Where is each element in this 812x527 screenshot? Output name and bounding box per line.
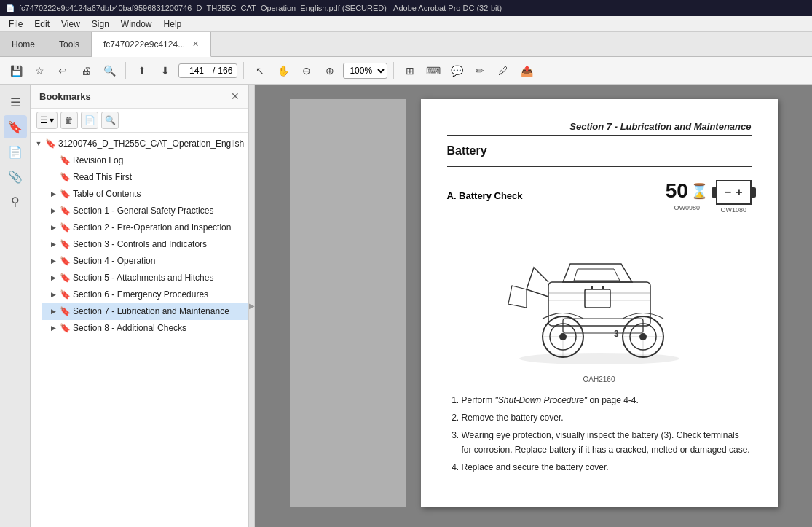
instruction-2: Remove the battery cover. xyxy=(462,411,752,425)
rotate-button[interactable]: ⌨ xyxy=(423,60,444,81)
bookmark-section-7[interactable]: ▶ 🔖 Section 7 - Lubrication and Maintena… xyxy=(42,303,248,320)
bookmark-icon-1: 🔖 xyxy=(60,155,70,167)
battery-number: 50 xyxy=(666,179,688,203)
bookmark-button[interactable]: ☆ xyxy=(29,60,50,81)
expand-placeholder-2 xyxy=(48,172,58,184)
bookmark-read-this-first[interactable]: 🔖 Read This First xyxy=(42,169,248,186)
bookmarks-delete-button[interactable]: 🗑 xyxy=(60,112,78,129)
highlight-button[interactable]: ✏ xyxy=(470,60,490,81)
image-caption: OAH2160 xyxy=(447,375,752,383)
sign-button[interactable]: 🖊 xyxy=(493,60,513,81)
sidebar-bookmarks-icon[interactable]: 🔖 xyxy=(4,115,27,138)
pdf-page-left xyxy=(290,99,406,507)
share-button[interactable]: 📤 xyxy=(516,60,537,81)
bookmark-section-6[interactable]: ▶ 🔖 Section 6 - Emergency Procedures xyxy=(42,286,248,303)
bookmarks-children: 🔖 Revision Log 🔖 Read This First ▶ 🔖 Tab… xyxy=(31,152,248,337)
battery-minus-icon: − xyxy=(725,186,731,199)
bookmarks-toolbar: ☰ ▾ 🗑 📄 🔍 xyxy=(31,109,248,133)
bookmarks-new-button[interactable]: 📄 xyxy=(81,112,98,129)
battery-check-label: A. Battery Check xyxy=(447,190,666,201)
toolbar-sep-1 xyxy=(125,62,126,79)
bookmark-section-1[interactable]: ▶ 🔖 Section 1 - General Safety Practices xyxy=(42,203,248,219)
instruction-1: Perform "Shut-Down Procedure" on page 4-… xyxy=(462,394,752,407)
root-bookmark-icon: 🔖 xyxy=(45,138,55,150)
bookmark-section-3[interactable]: ▶ 🔖 Section 3 - Controls and Indicators xyxy=(42,236,248,253)
menu-view[interactable]: View xyxy=(55,17,86,31)
bookmark-revision-log[interactable]: 🔖 Revision Log xyxy=(42,152,248,169)
tab-tools[interactable]: Tools xyxy=(47,32,92,56)
bookmark-label-s6: Section 6 - Emergency Procedures xyxy=(73,289,208,301)
sidebar-nav-icon[interactable]: ☰ xyxy=(4,90,27,114)
menu-help[interactable]: Help xyxy=(158,17,188,31)
bookmark-root-item[interactable]: ▼ 🔖 31200746_D_TH255C_CAT_Operation_Engl… xyxy=(31,136,248,152)
menu-edit[interactable]: Edit xyxy=(28,17,55,31)
expand-icon-s8: ▶ xyxy=(48,323,58,335)
zoom-out-button[interactable]: ⊖ xyxy=(296,60,317,81)
bookmarks-title: Bookmarks xyxy=(39,91,91,102)
svg-rect-13 xyxy=(585,289,610,308)
bookmark-section-2[interactable]: ▶ 🔖 Section 2 - Pre-Operation and Inspec… xyxy=(42,219,248,236)
expand-icon-s7: ▶ xyxy=(48,306,58,318)
battery-symbol-group: − + OW1080 xyxy=(716,177,752,214)
main-area: ☰ 🔖 📄 📎 ⚲ Bookmarks ✕ ☰ ▾ 🗑 📄 🔍 ▼ 🔖 3120… xyxy=(0,85,812,527)
back-button[interactable]: ↩ xyxy=(52,60,73,81)
sidebar-layers-icon[interactable]: ⚲ xyxy=(4,190,27,213)
root-expand-icon: ▼ xyxy=(33,138,44,150)
svg-text:3: 3 xyxy=(614,329,619,339)
tab-bar: Home Tools fc7470222e9c4124... ✕ xyxy=(0,32,812,57)
zoom-select[interactable]: 100% 75% 125% 150% xyxy=(343,63,387,79)
menu-file[interactable]: File xyxy=(3,17,28,31)
bookmark-icon-s6: 🔖 xyxy=(60,289,70,301)
fit-page-button[interactable]: ⊞ xyxy=(400,60,420,81)
menu-sign[interactable]: Sign xyxy=(86,17,115,31)
bookmark-label-2: Read This First xyxy=(73,171,132,184)
battery-plus-icon: + xyxy=(736,186,742,199)
search-button[interactable]: 🔍 xyxy=(99,60,119,81)
bookmark-label-s5: Section 5 - Attachments and Hitches xyxy=(73,272,213,284)
bookmark-section-8[interactable]: ▶ 🔖 Section 8 - Additional Checks xyxy=(42,320,248,337)
page-input[interactable] xyxy=(184,66,210,76)
zoom-in-button[interactable]: ⊕ xyxy=(320,60,340,81)
expand-placeholder-1 xyxy=(48,155,58,167)
expand-icon-s6: ▶ xyxy=(48,289,58,301)
prev-page-button[interactable]: ⬆ xyxy=(132,60,152,81)
tab-close-button[interactable]: ✕ xyxy=(192,39,199,49)
battery-50-box: 50 ⌛ xyxy=(666,179,709,203)
battery-check-row: A. Battery Check 50 ⌛ OW0980 − xyxy=(447,177,752,214)
expand-icon-s5: ▶ xyxy=(48,273,58,284)
bookmark-section-5[interactable]: ▶ 🔖 Section 5 - Attachments and Hitches xyxy=(42,270,248,286)
next-page-button[interactable]: ⬇ xyxy=(155,60,176,81)
comment-button[interactable]: 💬 xyxy=(446,60,467,81)
hand-tool-button[interactable]: ✋ xyxy=(273,60,293,81)
page-separator: / xyxy=(213,66,215,76)
tab-tools-label: Tools xyxy=(59,39,79,50)
expand-icon-toc: ▶ xyxy=(48,189,58,200)
instruction-4: Replace and secure the battery cover. xyxy=(462,461,752,475)
bookmark-label-3: Table of Contents xyxy=(73,188,141,200)
print-button[interactable]: 🖨 xyxy=(76,60,96,81)
pdf-divider xyxy=(447,166,752,167)
bookmark-label-s4: Section 4 - Operation xyxy=(73,255,155,268)
bookmark-label-s2: Section 2 - Pre-Operation and Inspection xyxy=(73,222,231,234)
bookmark-table-of-contents[interactable]: ▶ 🔖 Table of Contents xyxy=(42,186,248,203)
menu-window[interactable]: Window xyxy=(115,17,158,31)
tab-home[interactable]: Home xyxy=(0,32,47,56)
bookmarks-options-dropdown[interactable]: ☰ ▾ xyxy=(36,112,58,129)
sidebar-pages-icon[interactable]: 📄 xyxy=(4,140,27,163)
battery-caption-2: OW1080 xyxy=(720,206,746,214)
panel-resize-handle[interactable]: ▶ xyxy=(249,85,255,527)
tab-document[interactable]: fc7470222e9c4124... ✕ xyxy=(92,32,211,57)
bookmarks-search-button[interactable]: 🔍 xyxy=(101,112,119,129)
bookmarks-header: Bookmarks ✕ xyxy=(31,85,248,109)
battery-terminal-left xyxy=(712,187,716,198)
bookmark-icon-3: 🔖 xyxy=(60,189,70,200)
battery-terminal-right xyxy=(752,187,756,198)
app-icon: 📄 xyxy=(6,4,15,12)
sidebar-attachments-icon[interactable]: 📎 xyxy=(4,165,27,188)
cursor-tool-button[interactable]: ↖ xyxy=(250,60,270,81)
bookmark-section-4[interactable]: ▶ 🔖 Section 4 - Operation xyxy=(42,253,248,270)
save-button[interactable]: 💾 xyxy=(6,60,26,81)
toolbar: 💾 ☆ ↩ 🖨 🔍 ⬆ ⬇ / 166 ↖ ✋ ⊖ ⊕ 100% 75% 125… xyxy=(0,57,812,85)
bookmark-label-s1: Section 1 - General Safety Practices xyxy=(73,205,213,217)
bookmarks-close-button[interactable]: ✕ xyxy=(231,90,240,102)
